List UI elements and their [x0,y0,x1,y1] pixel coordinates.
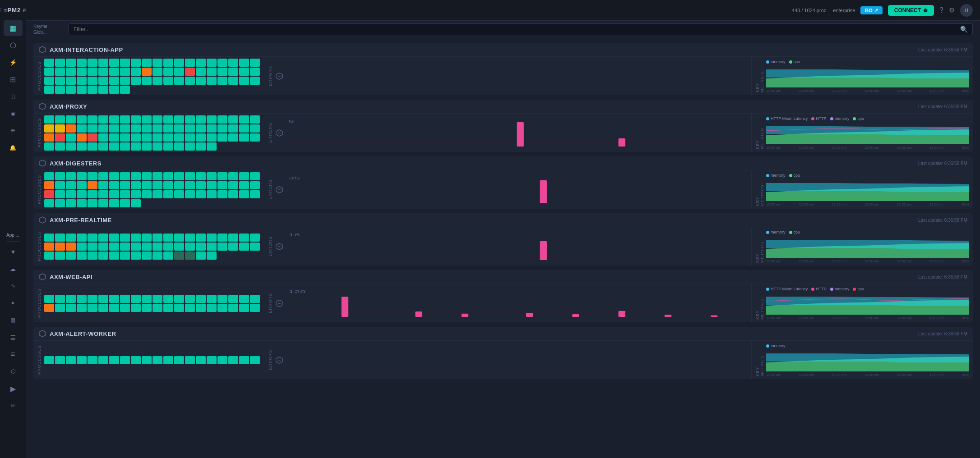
proc-cell[interactable] [66,199,76,207]
proc-cell[interactable] [131,68,141,76]
proc-cell[interactable] [88,243,97,251]
proc-cell[interactable] [120,77,130,85]
proc-cell[interactable] [109,356,119,364]
proc-cell[interactable] [88,68,97,76]
proc-cell[interactable] [228,234,238,242]
proc-cell[interactable] [120,190,130,198]
proc-cell[interactable] [120,172,130,180]
proc-cell[interactable] [131,356,141,364]
proc-cell[interactable] [196,124,206,133]
proc-cell[interactable] [250,295,260,303]
proc-cell[interactable] [153,356,162,364]
proc-cell[interactable] [109,115,119,124]
proc-cell[interactable] [207,59,217,67]
proc-cell[interactable] [185,68,195,76]
proc-cell[interactable] [77,59,87,67]
proc-cell[interactable] [88,142,97,151]
proc-cell[interactable] [207,243,217,251]
proc-cell[interactable] [142,142,152,151]
sidebar-item-bug[interactable]: ⚡ [4,54,23,70]
proc-cell[interactable] [98,68,108,76]
proc-cell[interactable] [250,181,260,189]
proc-cell[interactable] [98,356,108,364]
proc-cell[interactable] [77,115,87,124]
proc-cell[interactable] [120,59,130,67]
proc-cell[interactable] [77,199,87,207]
sidebar-item-hex[interactable]: ⬡ [4,37,23,53]
proc-cell[interactable] [109,68,119,76]
proc-cell[interactable] [174,142,184,151]
proc-cell[interactable] [55,243,65,251]
proc-cell[interactable] [142,115,152,124]
sidebar-item-play[interactable]: ▶ [4,380,23,397]
proc-cell[interactable] [185,172,195,180]
proc-cell[interactable] [153,295,162,303]
filter-input-wrap[interactable]: 🔍 [69,23,973,35]
proc-cell[interactable] [120,295,130,303]
app-header-axm-interaction-app[interactable]: AXM-INTERACTION-APP Last update: 6:36:58… [33,43,973,57]
proc-cell[interactable] [239,356,249,364]
proc-cell[interactable] [142,77,152,85]
proc-cell[interactable] [239,172,249,180]
proc-cell[interactable] [77,356,87,364]
proc-cell[interactable] [250,59,260,67]
proc-cell[interactable] [207,115,217,124]
proc-cell[interactable] [120,68,130,76]
proc-cell[interactable] [77,68,87,76]
proc-cell[interactable] [131,59,141,67]
proc-cell[interactable] [98,304,108,312]
proc-cell[interactable] [207,77,217,85]
proc-cell[interactable] [77,172,87,180]
proc-cell[interactable] [163,59,173,67]
proc-cell[interactable] [163,142,173,151]
proc-cell[interactable] [196,142,206,151]
proc-cell[interactable] [88,124,97,133]
settings-icon[interactable]: ⚙ [949,6,955,14]
proc-cell[interactable] [163,115,173,124]
proc-cell[interactable] [98,190,108,198]
proc-cell[interactable] [228,295,238,303]
proc-cell[interactable] [239,59,249,67]
proc-cell[interactable] [120,124,130,133]
proc-cell[interactable] [98,124,108,133]
proc-cell[interactable] [88,199,97,207]
proc-cell[interactable] [55,59,65,67]
proc-cell[interactable] [98,142,108,151]
proc-cell[interactable] [163,172,173,180]
proc-cell[interactable] [250,172,260,180]
proc-cell[interactable] [228,77,238,85]
proc-cell[interactable] [142,243,152,251]
proc-cell[interactable] [55,77,65,85]
proc-cell[interactable] [55,124,65,133]
proc-cell[interactable] [55,234,65,242]
proc-cell[interactable] [217,68,227,76]
proc-cell[interactable] [44,59,54,67]
proc-cell[interactable] [44,190,54,198]
proc-cell[interactable] [185,59,195,67]
proc-cell[interactable] [196,133,206,142]
proc-cell[interactable] [153,124,162,133]
proc-cell[interactable] [55,252,65,260]
proc-cell[interactable] [196,77,206,85]
proc-cell[interactable] [196,115,206,124]
filter-input[interactable] [74,26,960,32]
proc-cell[interactable] [66,86,76,94]
proc-cell[interactable] [207,68,217,76]
proc-cell[interactable] [77,133,87,142]
proc-cell[interactable] [109,243,119,251]
proc-cell[interactable] [153,59,162,67]
proc-cell[interactable] [77,304,87,312]
proc-cell[interactable] [250,243,260,251]
proc-cell[interactable] [109,252,119,260]
logo[interactable]: ≡ ≡PM2 ⇄ [0,4,28,20]
sidebar-item-chat[interactable]: ◫ [4,88,23,105]
proc-cell[interactable] [131,252,141,260]
proc-cell[interactable] [207,124,217,133]
proc-cell[interactable] [55,199,65,207]
proc-cell[interactable] [88,356,97,364]
proc-cell[interactable] [196,59,206,67]
proc-cell[interactable] [174,172,184,180]
proc-cell[interactable] [228,68,238,76]
proc-cell[interactable] [109,142,119,151]
proc-cell[interactable] [77,77,87,85]
